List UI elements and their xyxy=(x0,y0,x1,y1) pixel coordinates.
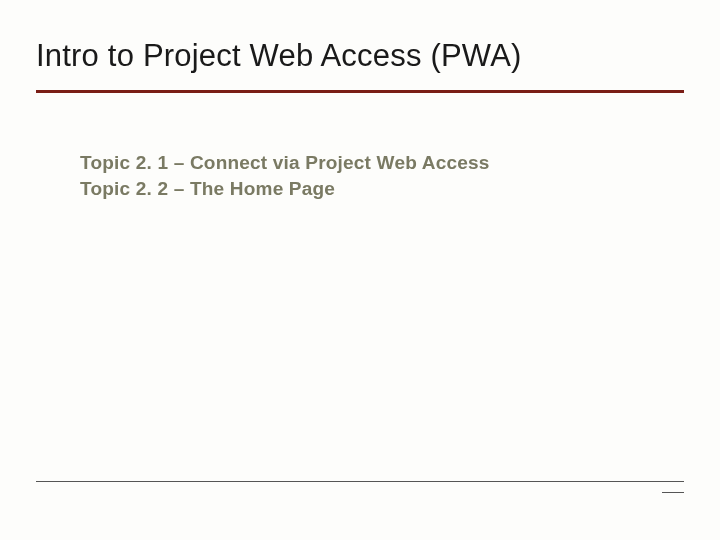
topic-item: Topic 2. 1 – Connect via Project Web Acc… xyxy=(80,150,490,176)
topic-list: Topic 2. 1 – Connect via Project Web Acc… xyxy=(80,150,490,201)
slide: Intro to Project Web Access (PWA) Topic … xyxy=(0,0,720,540)
footer-tick xyxy=(662,492,684,493)
footer-divider xyxy=(36,481,684,482)
title-underline xyxy=(36,90,684,93)
page-title: Intro to Project Web Access (PWA) xyxy=(36,38,522,74)
topic-item: Topic 2. 2 – The Home Page xyxy=(80,176,490,202)
